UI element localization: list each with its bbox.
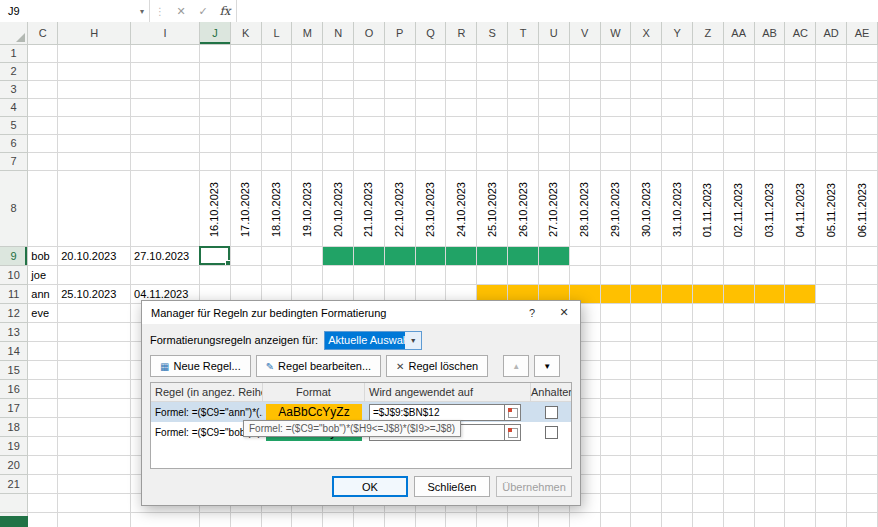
row-header-5[interactable]: 5 (0, 116, 28, 134)
range-picker-icon[interactable] (504, 425, 520, 440)
cell-Y6[interactable] (662, 134, 693, 152)
row-header-10[interactable]: 10 (0, 265, 28, 284)
cell-AC7[interactable] (785, 152, 816, 170)
cell-O9[interactable] (354, 246, 385, 265)
cell-R1[interactable] (446, 44, 477, 62)
col-header-S[interactable]: S (477, 22, 508, 44)
move-up-button[interactable]: ▲ (503, 355, 529, 377)
cell-V4[interactable] (569, 98, 600, 116)
cell-Q8[interactable]: 23.10.2023 (415, 170, 446, 246)
cell-T6[interactable] (508, 134, 539, 152)
cell-H23[interactable] (58, 512, 131, 527)
col-header-K[interactable]: K (230, 22, 261, 44)
cell-J9[interactable] (199, 246, 230, 265)
select-all-button[interactable] (0, 22, 28, 44)
cell-P7[interactable] (384, 152, 415, 170)
cell-C3[interactable] (28, 80, 58, 98)
cell-Y16[interactable] (662, 379, 693, 398)
row-header-21[interactable]: 21 (0, 474, 28, 493)
cell-H22[interactable] (58, 493, 131, 512)
cell-X11[interactable] (631, 284, 662, 303)
cell-C6[interactable] (28, 134, 58, 152)
col-header-W[interactable]: W (600, 22, 631, 44)
cell-L10[interactable] (261, 265, 292, 284)
cell-M23[interactable] (292, 512, 323, 527)
cell-W3[interactable] (600, 80, 631, 98)
col-header-AC[interactable]: AC (785, 22, 816, 44)
cell-AB21[interactable] (754, 474, 785, 493)
cell-AC21[interactable] (785, 474, 816, 493)
cell-Z12[interactable] (692, 303, 723, 322)
cell-AE1[interactable] (847, 44, 878, 62)
col-header-Y[interactable]: Y (662, 22, 693, 44)
cell-K7[interactable] (230, 152, 261, 170)
cell-AE21[interactable] (847, 474, 878, 493)
cell-AE15[interactable] (847, 360, 878, 379)
cell-U6[interactable] (538, 134, 569, 152)
cell-L4[interactable] (261, 98, 292, 116)
cell-AE20[interactable] (847, 455, 878, 474)
cell-W17[interactable] (600, 398, 631, 417)
cell-AD13[interactable] (816, 322, 847, 341)
cell-AD8[interactable]: 05.11.2023 (816, 170, 847, 246)
cell-AD5[interactable] (816, 116, 847, 134)
cell-T3[interactable] (508, 80, 539, 98)
cell-W7[interactable] (600, 152, 631, 170)
cell-P8[interactable]: 22.10.2023 (384, 170, 415, 246)
cell-M10[interactable] (292, 265, 323, 284)
cell-M8[interactable]: 19.10.2023 (292, 170, 323, 246)
row-header-15[interactable]: 15 (0, 360, 28, 379)
cell-L3[interactable] (261, 80, 292, 98)
cell-X1[interactable] (631, 44, 662, 62)
cell-N5[interactable] (323, 116, 354, 134)
cell-AB17[interactable] (754, 398, 785, 417)
cell-O7[interactable] (354, 152, 385, 170)
cell-Q2[interactable] (415, 62, 446, 80)
cell-W22[interactable] (600, 493, 631, 512)
cell-H13[interactable] (58, 322, 131, 341)
cell-Y11[interactable] (662, 284, 693, 303)
cell-C15[interactable] (28, 360, 58, 379)
cell-AA12[interactable] (723, 303, 754, 322)
cell-X17[interactable] (631, 398, 662, 417)
cell-C19[interactable] (28, 436, 58, 455)
cell-Z4[interactable] (692, 98, 723, 116)
cell-U2[interactable] (538, 62, 569, 80)
cell-AB23[interactable] (754, 512, 785, 527)
cell-Y1[interactable] (662, 44, 693, 62)
cell-AE2[interactable] (847, 62, 878, 80)
cell-W16[interactable] (600, 379, 631, 398)
cell-U3[interactable] (538, 80, 569, 98)
cell-Q1[interactable] (415, 44, 446, 62)
cell-AE8[interactable]: 06.11.2023 (847, 170, 878, 246)
cell-M1[interactable] (292, 44, 323, 62)
cell-M5[interactable] (292, 116, 323, 134)
cell-AA19[interactable] (723, 436, 754, 455)
cell-H19[interactable] (58, 436, 131, 455)
cell-AB3[interactable] (754, 80, 785, 98)
cell-AA2[interactable] (723, 62, 754, 80)
cell-T1[interactable] (508, 44, 539, 62)
cell-N9[interactable] (323, 246, 354, 265)
row-header-14[interactable]: 14 (0, 341, 28, 360)
row-header-12[interactable]: 12 (0, 303, 28, 322)
cell-V3[interactable] (569, 80, 600, 98)
cell-N3[interactable] (323, 80, 354, 98)
cell-P10[interactable] (384, 265, 415, 284)
cell-W2[interactable] (600, 62, 631, 80)
cell-Z5[interactable] (692, 116, 723, 134)
cell-X4[interactable] (631, 98, 662, 116)
cell-AA15[interactable] (723, 360, 754, 379)
cell-J23[interactable] (199, 512, 230, 527)
cell-Y19[interactable] (662, 436, 693, 455)
cell-AC19[interactable] (785, 436, 816, 455)
cell-X15[interactable] (631, 360, 662, 379)
cell-AC13[interactable] (785, 322, 816, 341)
col-header-H[interactable]: H (58, 22, 131, 44)
cell-AD19[interactable] (816, 436, 847, 455)
cell-AC14[interactable] (785, 341, 816, 360)
cell-C11[interactable]: ann (28, 284, 58, 303)
cell-Y2[interactable] (662, 62, 693, 80)
name-box[interactable]: J9 ▾ (0, 0, 150, 22)
cell-AB22[interactable] (754, 493, 785, 512)
